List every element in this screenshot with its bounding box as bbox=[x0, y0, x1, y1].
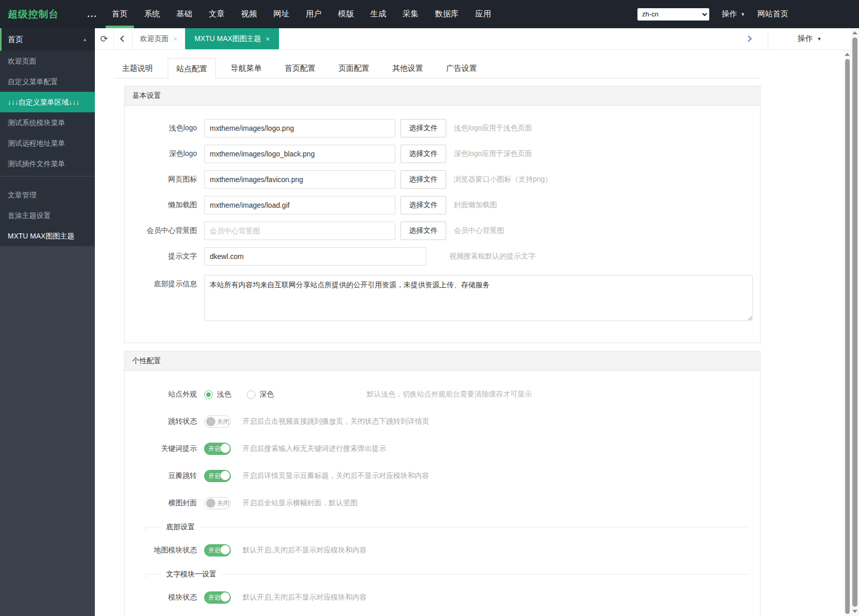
sidebar-item-shoutu-theme-settings[interactable]: 首涂主题设置 bbox=[0, 205, 95, 226]
tab-theme-description[interactable]: 主题说明 bbox=[114, 58, 161, 78]
sidebar-menu: 首页 ▲ 欢迎页面 自定义菜单配置 ↓↓↓自定义菜单区域↓↓↓ 测试系统模块菜单… bbox=[0, 28, 95, 246]
choose-file-button[interactable]: 选择文件 bbox=[401, 222, 446, 240]
nav-item-article[interactable]: 文章 bbox=[207, 0, 226, 28]
field-label: 深色logo bbox=[125, 149, 197, 158]
page-tab-mxtu-theme[interactable]: MXTU MAX图图主题 × bbox=[185, 28, 279, 49]
sidebar-item-custom-menu-config[interactable]: 自定义菜单配置 bbox=[0, 71, 95, 92]
search-tip-input[interactable] bbox=[204, 247, 426, 266]
close-icon[interactable]: × bbox=[266, 35, 270, 43]
toggle-douban-jump[interactable]: 开启 bbox=[204, 470, 231, 482]
sidebar-item-custom-menu-area[interactable]: ↓↓↓自定义菜单区域↓↓↓ bbox=[0, 92, 95, 112]
tabstrip-right-area: 操作 ▼ bbox=[729, 28, 851, 49]
toggle-map-module[interactable]: 开启 bbox=[204, 544, 231, 557]
nav-item-basic[interactable]: 基础 bbox=[175, 0, 194, 28]
choose-file-button[interactable]: 选择文件 bbox=[401, 170, 446, 189]
caret-down-icon: ▼ bbox=[741, 12, 745, 17]
page-scrollbar-thumb[interactable] bbox=[852, 37, 857, 607]
tab-other-settings[interactable]: 其他设置 bbox=[384, 58, 431, 78]
nav-item-template[interactable]: 模版 bbox=[336, 0, 355, 28]
page-scrollbar[interactable] bbox=[851, 28, 859, 616]
field-hint: 视频搜索框默认的提示文字 bbox=[449, 252, 535, 261]
panel-title-basic: 基本设置 bbox=[125, 86, 760, 106]
nav-item-user[interactable]: 用户 bbox=[304, 0, 323, 28]
fieldset-text-module-settings: 文字模块一设置 bbox=[146, 569, 750, 579]
field-hint: 开启后搜索输入框无关键词进行搜索弹出提示 bbox=[243, 444, 386, 453]
refresh-button[interactable]: ⟳ bbox=[95, 28, 114, 49]
site-home-link[interactable]: 网站首页 bbox=[757, 9, 788, 19]
tab-page-config[interactable]: 页面配置 bbox=[330, 58, 377, 78]
tab-ad-settings[interactable]: 广告设置 bbox=[438, 58, 485, 78]
field-label: 提示文字 bbox=[125, 252, 197, 261]
field-hint: 深色logo应用于深色页面 bbox=[454, 149, 532, 158]
tab-scroll-left-button[interactable] bbox=[114, 28, 133, 49]
choose-file-button[interactable]: 选择文件 bbox=[401, 145, 446, 163]
radio-label: 浅色 bbox=[217, 390, 231, 399]
sidebar-item-mxtu-max-theme[interactable]: MXTU MAX图图主题 bbox=[0, 226, 95, 246]
sidebar-item-welcome[interactable]: 欢迎页面 bbox=[0, 51, 95, 71]
field-hint: 开启后全站显示横幅封面，默认竖图 bbox=[243, 499, 357, 508]
nav-item-generate[interactable]: 生成 bbox=[369, 0, 388, 28]
nav-item-system[interactable]: 系统 bbox=[143, 0, 162, 28]
field-hint: 开启后详情页显示豆瓣标题，关闭后不显示对应模块和内容 bbox=[243, 471, 429, 481]
member-center-bg-input[interactable] bbox=[204, 222, 395, 240]
scroll-up-arrow-icon[interactable] bbox=[845, 53, 850, 56]
toggle-keyword-tip[interactable]: 开启 bbox=[204, 443, 231, 455]
legend-label: 底部设置 bbox=[161, 522, 200, 532]
field-label: 地图模块状态 bbox=[125, 546, 197, 555]
field-label: 关键词提示 bbox=[125, 444, 197, 453]
sidebar-item-test-system-module[interactable]: 测试系统模块菜单 bbox=[0, 112, 95, 133]
page-tab-label: MXTU MAX图图主题 bbox=[194, 34, 261, 44]
sidebar-item-test-plugin-file[interactable]: 测试插件文件菜单 bbox=[0, 153, 95, 174]
page-tab-welcome[interactable]: 欢迎页面 × bbox=[133, 28, 185, 49]
toggle-landscape-cover[interactable]: 关闭 bbox=[204, 497, 231, 509]
tab-nav-menu[interactable]: 导航菜单 bbox=[223, 58, 270, 78]
scroll-down-arrow-icon[interactable] bbox=[852, 610, 857, 613]
toggle-text-module[interactable]: 开启 bbox=[204, 591, 231, 604]
light-logo-input[interactable] bbox=[204, 119, 395, 137]
legend-line bbox=[146, 527, 750, 527]
nav-item-video[interactable]: 视频 bbox=[239, 0, 258, 28]
choose-file-button[interactable]: 选择文件 bbox=[401, 119, 446, 137]
toggle-jump-state[interactable]: 关闭 bbox=[204, 415, 231, 428]
navbar-action-dropdown[interactable]: 操作 ▼ bbox=[722, 9, 745, 19]
more-menu-button[interactable]: ... bbox=[81, 10, 104, 19]
field-hint: 开启后点击视频直接跳到播放页，关闭状态下跳转到详情页 bbox=[243, 417, 429, 426]
close-icon[interactable]: × bbox=[173, 35, 177, 43]
dark-logo-input[interactable] bbox=[204, 145, 395, 163]
content-scrollbar[interactable] bbox=[844, 50, 851, 616]
tab-home-config[interactable]: 首页配置 bbox=[276, 58, 324, 78]
switch-state-label: 开启 bbox=[208, 593, 221, 602]
choose-file-button[interactable]: 选择文件 bbox=[401, 196, 446, 214]
nav-item-url[interactable]: 网址 bbox=[272, 0, 291, 28]
sidebar-section-home[interactable]: 首页 ▲ bbox=[0, 28, 95, 51]
chevron-right-icon bbox=[745, 35, 752, 42]
nav-item-home[interactable]: 首页 bbox=[110, 0, 129, 28]
form-row-jump-state: 跳转状态 关闭 开启后点击视频直接跳到播放页，关闭状态下跳转到详情页 bbox=[125, 415, 760, 428]
footer-notice-textarea[interactable]: 本站所有内容均来自互联网分享站点所提供的公开引用资源，未提供资源上传、存储服务 bbox=[204, 275, 753, 321]
basic-settings-body: 浅色logo 选择文件 浅色logo应用于浅色页面 深色logo 选择文件 深色… bbox=[125, 106, 760, 343]
field-hint: 默认浅色，切换站点外观前台需要清除缓存才可显示 bbox=[367, 390, 532, 399]
favicon-input[interactable] bbox=[204, 170, 395, 189]
tab-scroll-right-button[interactable] bbox=[729, 28, 768, 49]
switch-state-label: 开启 bbox=[208, 445, 221, 453]
field-hint: 会员中心背景图 bbox=[454, 226, 504, 235]
field-label: 底部提示信息 bbox=[125, 280, 197, 289]
nav-item-collect[interactable]: 采集 bbox=[401, 0, 420, 28]
sidebar-item-article-management[interactable]: 文章管理 bbox=[0, 185, 95, 205]
radio-dark-theme[interactable] bbox=[247, 390, 255, 399]
field-hint: 浏览器窗口小图标（支持png） bbox=[454, 175, 552, 184]
sidebar-item-test-remote-url[interactable]: 测试远程地址菜单 bbox=[0, 133, 95, 153]
field-label: 网页图标 bbox=[125, 175, 197, 184]
personal-settings-body: 站点外观 浅色 深色 默认浅色，切换站点外观前台需要清除缓存才可显示 跳转状态 … bbox=[125, 371, 760, 616]
form-row-search-tip: 提示文字 视频搜索框默认的提示文字 bbox=[125, 247, 760, 266]
nav-item-database[interactable]: 数据库 bbox=[433, 0, 461, 28]
nav-item-app[interactable]: 应用 bbox=[474, 0, 493, 28]
tabstrip-action-label: 操作 bbox=[797, 34, 813, 44]
language-select[interactable]: zh-cn bbox=[637, 8, 709, 21]
lazyload-image-input[interactable] bbox=[204, 196, 395, 214]
tabstrip-action-dropdown[interactable]: 操作 ▼ bbox=[768, 28, 851, 49]
tab-site-config[interactable]: 站点配置 bbox=[168, 58, 216, 78]
content-scrollbar-thumb[interactable] bbox=[845, 59, 850, 614]
radio-light-theme[interactable] bbox=[204, 390, 213, 399]
scroll-up-arrow-icon[interactable] bbox=[852, 31, 857, 34]
